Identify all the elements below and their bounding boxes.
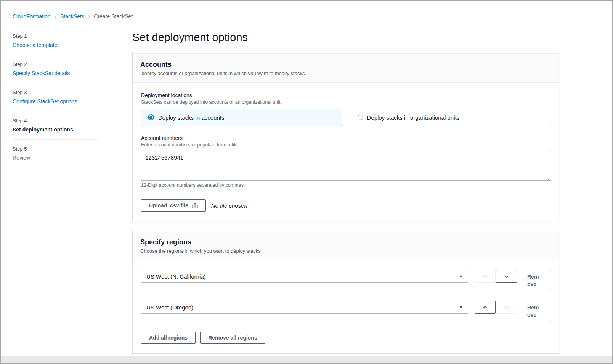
- regions-card-description: Choose the regions in which you want to …: [140, 248, 551, 254]
- breadcrumb: CloudFormation › StackSets › Create Stac…: [13, 13, 133, 19]
- sidebar-step-4: Step 4 Set deployment options: [13, 118, 98, 139]
- step-number: Step 1: [13, 33, 98, 39]
- radio-tile-label: Deploy stacks in accounts: [158, 114, 224, 121]
- step-number: Step 5: [13, 146, 98, 152]
- accounts-card: Accounts Identify accounts or organizati…: [132, 53, 559, 221]
- add-all-regions-button[interactable]: Add all regions: [141, 332, 196, 344]
- upload-row: Upload .csv file No file chosen: [141, 199, 551, 212]
- sidebar-divider: [13, 139, 98, 140]
- wizard-steps-sidebar: Step 1 Choose a template Step 2 Specify …: [13, 33, 98, 167]
- page-title: Set deployment options: [132, 31, 559, 44]
- deployment-location-options: Deploy stacks in accounts Deploy stacks …: [141, 109, 551, 126]
- sidebar-step-3: Step 3 Configure StackSet options: [13, 90, 98, 111]
- account-numbers-description: Enter account numbers or populate from a…: [141, 142, 551, 148]
- sidebar-item-specify-stackset-details[interactable]: Specify StackSet details: [13, 70, 70, 76]
- chevron-up-icon: [482, 305, 488, 310]
- upload-icon: [192, 203, 198, 208]
- move-region-down-button[interactable]: [496, 270, 517, 283]
- remove-region-button[interactable]: Remove: [518, 270, 551, 291]
- page-bottom-gutter: [1, 356, 612, 363]
- chevron-down-icon: [504, 274, 509, 279]
- sidebar-item-review: Review: [13, 155, 30, 161]
- region-select-value: US West (N. California): [146, 273, 206, 280]
- regions-actions: Add all regions Remove all regions: [141, 332, 551, 344]
- chevron-down-icon: [504, 305, 509, 310]
- accounts-card-body: Deployment locations StackSets can be de…: [133, 83, 559, 221]
- accounts-card-description: Identify accounts or organizational unit…: [140, 71, 551, 76]
- move-region-up-button: [475, 270, 496, 283]
- sidebar-step-5: Step 5 Review: [13, 146, 98, 167]
- region-row: US West (Oregon) ▼ Remove: [141, 301, 551, 322]
- step-number: Step 2: [13, 61, 98, 67]
- regions-card-title: Specify regions: [140, 238, 551, 246]
- upload-csv-button[interactable]: Upload .csv file: [141, 199, 206, 212]
- account-numbers-label: Account numbers: [141, 135, 551, 141]
- main-content: Set deployment options Accounts Identify…: [132, 31, 559, 363]
- region-select[interactable]: US West (N. California) ▼: [141, 270, 468, 283]
- sidebar-step-2: Step 2 Specify StackSet details: [13, 61, 98, 83]
- page-frame: CloudFormation › StackSets › Create Stac…: [0, 0, 613, 364]
- region-select[interactable]: US West (Oregon) ▼: [141, 301, 468, 314]
- file-chosen-status: No file chosen: [211, 202, 247, 209]
- sidebar-divider: [13, 55, 98, 55]
- regions-card-body: US West (N. California) ▼ Remove: [133, 260, 559, 353]
- remove-all-regions-button[interactable]: Remove all regions: [200, 332, 265, 344]
- radio-tile-deploy-stacks-in-accounts[interactable]: Deploy stacks in accounts: [141, 109, 342, 126]
- specify-regions-card: Specify regions Choose the regions in wh…: [132, 231, 559, 353]
- sidebar-item-choose-template[interactable]: Choose a template: [13, 42, 58, 48]
- move-region-down-button: [496, 301, 517, 314]
- chevron-up-icon: [482, 274, 488, 279]
- sidebar-item-configure-stackset-options[interactable]: Configure StackSet options: [13, 98, 77, 104]
- region-select-value: US West (Oregon): [146, 304, 193, 311]
- breadcrumb-link-stacksets[interactable]: StackSets: [60, 13, 84, 19]
- breadcrumb-separator-icon: ›: [55, 14, 56, 19]
- radio-unselected-icon: [358, 115, 363, 120]
- sidebar-divider: [13, 83, 98, 83]
- sidebar-step-1: Step 1 Choose a template: [13, 33, 98, 55]
- radio-tile-label: Deploy stacks in organizational units: [367, 114, 460, 121]
- account-numbers-textarea[interactable]: 123245678941: [141, 151, 551, 181]
- radio-selected-icon: [148, 114, 154, 120]
- breadcrumb-current: Create StackSet: [94, 13, 133, 19]
- accounts-card-header: Accounts Identify accounts or organizati…: [133, 54, 559, 83]
- sidebar-divider: [13, 111, 98, 111]
- deployment-locations-label: Deployment locations: [141, 92, 551, 98]
- regions-card-header: Specify regions Choose the regions in wh…: [133, 231, 559, 260]
- caret-down-icon: ▼: [459, 274, 463, 279]
- breadcrumb-link-cloudformation[interactable]: CloudFormation: [13, 13, 51, 19]
- account-numbers-helper: 12-Digit account numbers separated by co…: [141, 183, 551, 188]
- region-row: US West (N. California) ▼ Remove: [141, 270, 551, 291]
- sidebar-item-set-deployment-options: Set deployment options: [13, 127, 73, 133]
- step-number: Step 4: [13, 118, 98, 123]
- accounts-card-title: Accounts: [140, 61, 551, 69]
- radio-tile-deploy-stacks-in-organizational-units[interactable]: Deploy stacks in organizational units: [351, 109, 552, 126]
- breadcrumb-separator-icon: ›: [88, 14, 90, 19]
- deployment-locations-description: StackSets can be deployed into accounts …: [141, 99, 551, 105]
- move-region-up-button[interactable]: [475, 301, 496, 314]
- step-number: Step 3: [13, 90, 98, 95]
- remove-region-button[interactable]: Remove: [518, 301, 551, 322]
- upload-csv-button-label: Upload .csv file: [149, 202, 188, 208]
- caret-down-icon: ▼: [459, 305, 463, 309]
